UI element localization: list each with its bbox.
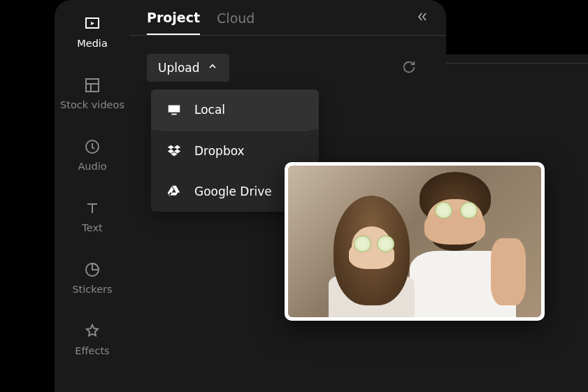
audio-icon	[84, 138, 101, 155]
dropdown-item-label: Dropbox	[194, 144, 245, 158]
google-drive-icon	[166, 184, 182, 199]
text-icon	[84, 200, 101, 217]
sidebar-item-label: Effects	[75, 345, 109, 356]
effects-icon	[84, 323, 101, 340]
sidebar-item-label: Audio	[78, 161, 106, 172]
stock-videos-icon	[84, 77, 101, 94]
sidebar-item-label: Text	[82, 222, 102, 233]
media-icon	[84, 15, 101, 32]
collapse-panel-button[interactable]	[415, 10, 429, 27]
dropbox-icon	[166, 143, 182, 159]
sidebar-item-effects[interactable]: Effects	[55, 323, 130, 356]
sidebar-item-stock-videos[interactable]: Stock videos	[55, 77, 130, 110]
thumbnail-image	[288, 166, 541, 317]
sidebar-item-stickers[interactable]: Stickers	[55, 261, 130, 295]
panel-tabs: Project Cloud	[130, 0, 446, 36]
stickers-icon	[84, 261, 101, 278]
upload-button[interactable]: Upload	[147, 54, 229, 82]
media-thumbnail[interactable]	[285, 162, 545, 321]
dropdown-item-local[interactable]: Local	[151, 89, 319, 130]
svg-rect-1	[86, 79, 99, 92]
sidebar-item-media[interactable]: Media	[55, 15, 130, 49]
sidebar-item-label: Stock videos	[60, 99, 124, 110]
media-panel: Project Cloud Upload	[130, 0, 446, 82]
monitor-icon	[166, 102, 182, 117]
svg-rect-7	[171, 114, 176, 115]
sidebar-item-text[interactable]: Text	[55, 200, 130, 233]
dropdown-item-label: Local	[194, 103, 225, 117]
dropdown-item-label: Google Drive	[194, 184, 272, 198]
sidebar-item-label: Stickers	[72, 284, 112, 295]
sidebar-item-label: Media	[77, 38, 108, 49]
svg-rect-6	[168, 106, 180, 112]
chevron-up-icon	[207, 61, 218, 75]
refresh-button[interactable]	[401, 59, 417, 78]
sidebar: Media Stock videos Audio Text Stickers	[55, 0, 130, 392]
upload-row: Upload	[130, 36, 446, 82]
tab-cloud[interactable]: Cloud	[217, 10, 254, 34]
upload-button-label: Upload	[158, 61, 200, 75]
tab-project[interactable]: Project	[147, 10, 200, 35]
sidebar-item-audio[interactable]: Audio	[55, 138, 130, 172]
